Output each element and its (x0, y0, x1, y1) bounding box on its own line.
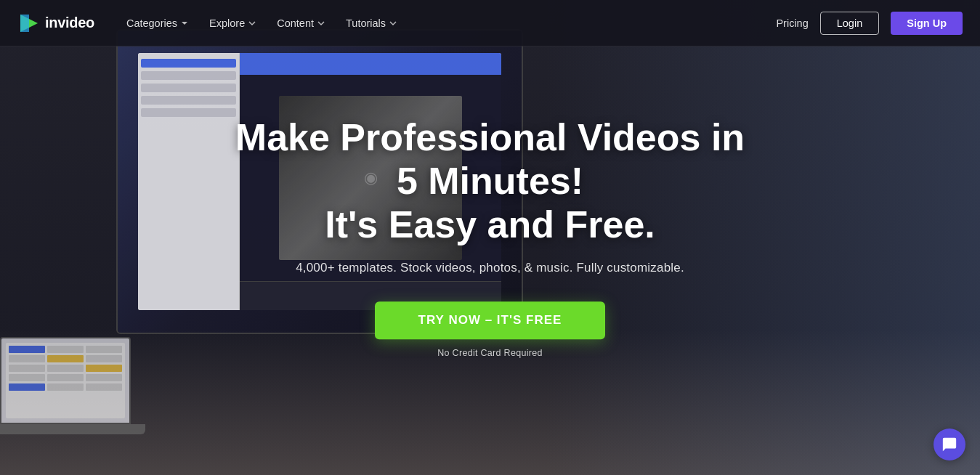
chat-widget[interactable] (934, 429, 965, 460)
nav-item-explore[interactable]: Explore (201, 13, 265, 33)
nav-item-content[interactable]: Content (268, 13, 334, 33)
hero-title: Make Professional Videos in 5 Minutes! I… (222, 116, 759, 246)
hero-section: Make Professional Videos in 5 Minutes! I… (222, 116, 759, 358)
chat-icon (941, 437, 957, 452)
no-credit-card-note: No Credit Card Required (222, 349, 759, 359)
nav-item-categories[interactable]: Categories (118, 13, 198, 33)
logo-icon (17, 12, 41, 35)
signup-button[interactable]: Sign Up (891, 12, 963, 35)
chevron-down-icon (317, 19, 325, 28)
hero-subtitle: 4,000+ templates. Stock videos, photos, … (222, 261, 759, 276)
nav-links: Categories Explore Content Tutorials (118, 13, 776, 33)
navbar: invideo Categories Explore Content Tutor… (0, 0, 980, 46)
pricing-link[interactable]: Pricing (776, 17, 808, 29)
chevron-down-icon (248, 19, 256, 28)
chevron-down-icon (180, 19, 189, 28)
laptop-decoration (0, 337, 145, 475)
logo[interactable]: invideo (17, 12, 94, 35)
login-button[interactable]: Login (820, 12, 879, 35)
nav-item-tutorials[interactable]: Tutorials (337, 13, 406, 33)
svg-marker-1 (20, 15, 29, 32)
chevron-down-icon (389, 19, 397, 28)
cta-try-button[interactable]: TRY NOW – IT'S FREE (375, 302, 606, 340)
logo-text: invideo (45, 15, 94, 31)
nav-right: Pricing Login Sign Up (776, 12, 963, 35)
